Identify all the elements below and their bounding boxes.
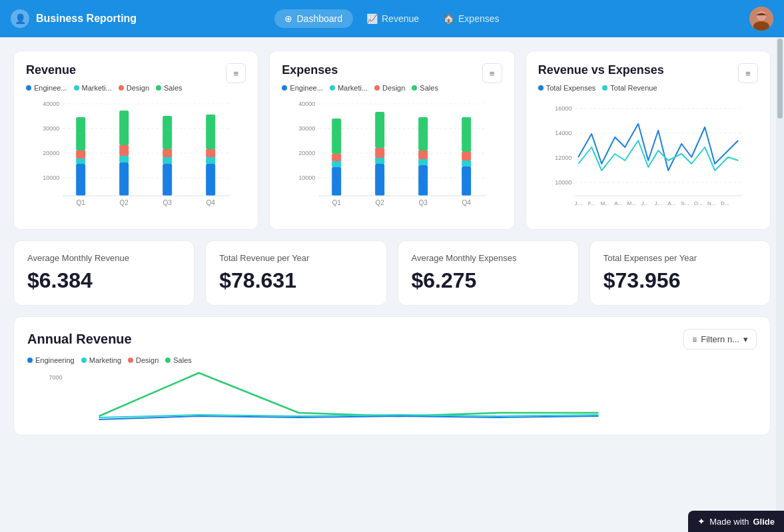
exp-legend-label-marketing: Marketi... xyxy=(338,84,368,92)
annual-legend-sales: Sales xyxy=(165,356,192,364)
exp-legend-label-engineering: Enginee... xyxy=(290,84,323,92)
rve-legend-revenue: Total Revenue xyxy=(602,84,657,92)
svg-rect-50 xyxy=(375,112,384,148)
nav-dashboard[interactable]: ⊕ Dashboard xyxy=(274,9,353,28)
svg-text:A...: A... xyxy=(614,200,622,206)
svg-text:16000: 16000 xyxy=(555,105,572,112)
svg-text:Q4: Q4 xyxy=(206,199,215,206)
annual-header: Annual Revenue ≡ Filtern n... ▾ xyxy=(27,329,757,350)
svg-text:20000: 20000 xyxy=(298,150,315,156)
expenses-filter-button[interactable]: ≡ xyxy=(482,63,502,83)
nav-expenses[interactable]: 🏠 Expenses xyxy=(432,9,510,28)
rve-legend-label-revenue: Total Revenue xyxy=(610,84,657,92)
svg-text:40000: 40000 xyxy=(43,101,59,107)
footer-prefix: Made with xyxy=(709,517,749,527)
svg-text:20000: 20000 xyxy=(43,150,59,156)
annual-legend: Engineering Marketing Design Sales xyxy=(27,356,757,364)
brand-icon: 👤 xyxy=(11,9,29,28)
svg-rect-55 xyxy=(462,166,471,196)
glide-logo-icon: ✦ xyxy=(697,516,705,527)
annual-filter-icon: ≡ xyxy=(692,335,697,344)
stat-avg-monthly-expenses-label: Average Monthly Expenses xyxy=(412,253,565,263)
stat-total-expenses-year-value: $73.956 xyxy=(603,268,757,293)
avatar[interactable] xyxy=(749,7,773,31)
svg-rect-20 xyxy=(119,111,129,145)
stat-avg-monthly-expenses-value: $6.275 xyxy=(412,268,565,293)
revenue-chart-title: Revenue xyxy=(26,63,246,77)
nav-revenue[interactable]: 📈 Revenue xyxy=(356,9,430,28)
svg-text:30000: 30000 xyxy=(43,125,59,132)
scrollbar-thumb[interactable] xyxy=(777,39,783,119)
exp-legend-engineering: Enginee... xyxy=(282,84,323,92)
legend-label-marketing: Marketi... xyxy=(82,84,112,92)
legend-dot-sales xyxy=(156,85,161,91)
svg-text:10000: 10000 xyxy=(298,174,315,181)
avatar-image xyxy=(749,7,773,31)
svg-rect-53 xyxy=(418,150,428,159)
svg-rect-57 xyxy=(462,152,471,160)
annual-legend-dot-engineering xyxy=(27,358,33,363)
revenue-svg: 40000 30000 20000 10000 xyxy=(26,97,246,217)
revenue-icon: 📈 xyxy=(366,13,378,24)
svg-text:A...: A... xyxy=(667,200,675,206)
rev-vs-exp-line-chart: 16000 14000 12000 10000 J... xyxy=(538,97,758,217)
stat-avg-monthly-expenses: Average Monthly Expenses $6.275 xyxy=(398,240,579,306)
rve-legend-label-expenses: Total Expenses xyxy=(546,84,596,92)
expenses-chart-card: Expenses ≡ Enginee... Marketi... Design xyxy=(269,51,514,230)
expenses-bar-chart: 40000 30000 20000 10000 xyxy=(282,97,502,217)
revenue-legend: Enginee... Marketi... Design Sales xyxy=(26,84,246,92)
expenses-legend: Enginee... Marketi... Design Sales xyxy=(282,84,502,92)
annual-legend-marketing: Marketing xyxy=(81,356,121,364)
svg-rect-43 xyxy=(332,167,341,196)
svg-rect-17 xyxy=(119,162,129,196)
svg-rect-14 xyxy=(76,158,85,164)
stat-total-revenue-year-value: $78.631 xyxy=(219,268,372,293)
svg-text:Q1: Q1 xyxy=(332,199,342,206)
legend-marketing: Marketi... xyxy=(74,84,112,92)
svg-rect-46 xyxy=(332,119,341,154)
annual-filter-dropdown[interactable]: ≡ Filtern n... ▾ xyxy=(683,329,757,350)
nav-expenses-label: Expenses xyxy=(458,13,499,24)
svg-text:10000: 10000 xyxy=(43,174,59,181)
exp-legend-dot-sales xyxy=(412,85,417,91)
exp-legend-label-design: Design xyxy=(382,84,405,92)
svg-rect-13 xyxy=(76,164,85,196)
annual-legend-design: Design xyxy=(128,356,159,364)
svg-rect-18 xyxy=(119,156,129,162)
svg-text:J...: J... xyxy=(641,200,648,206)
annual-legend-dot-sales xyxy=(165,358,171,363)
svg-rect-47 xyxy=(375,164,384,196)
nav-revenue-label: Revenue xyxy=(382,13,419,24)
svg-rect-58 xyxy=(462,117,471,152)
svg-rect-26 xyxy=(206,157,215,164)
annual-legend-label-marketing: Marketing xyxy=(89,356,121,364)
svg-text:Q4: Q4 xyxy=(462,199,472,206)
stat-avg-monthly-revenue: Average Monthly Revenue $6.384 xyxy=(13,240,195,306)
rve-legend-expenses: Total Expenses xyxy=(538,84,596,92)
svg-text:Q2: Q2 xyxy=(376,199,385,206)
rev-vs-exp-filter-button[interactable]: ≡ xyxy=(738,63,758,83)
svg-rect-54 xyxy=(418,117,428,150)
svg-rect-45 xyxy=(332,154,341,161)
stat-total-revenue-year: Total Revenue per Year $78.631 xyxy=(205,240,386,306)
revenue-filter-button[interactable]: ≡ xyxy=(226,63,246,83)
svg-text:F...: F... xyxy=(588,200,595,206)
exp-legend-design: Design xyxy=(374,84,405,92)
scrollbar[interactable] xyxy=(776,37,784,532)
legend-label-engineering: Enginee... xyxy=(34,84,67,92)
svg-rect-16 xyxy=(76,117,85,150)
annual-title: Annual Revenue xyxy=(27,332,132,347)
svg-rect-48 xyxy=(375,158,384,164)
svg-rect-52 xyxy=(418,159,428,165)
revenue-bar-chart: 40000 30000 20000 10000 xyxy=(26,97,246,217)
svg-rect-44 xyxy=(332,161,341,167)
stat-total-expenses-year-label: Total Expenses per Year xyxy=(603,253,757,263)
svg-text:40000: 40000 xyxy=(298,101,315,107)
revenue-chart-card: Revenue ≡ Enginee... Marketi... Design S xyxy=(13,51,258,230)
made-with-glide-footer[interactable]: ✦ Made with Glide xyxy=(688,511,784,532)
svg-rect-15 xyxy=(76,150,85,158)
footer-brand: Glide xyxy=(753,517,775,527)
stat-avg-monthly-revenue-label: Average Monthly Revenue xyxy=(27,253,181,263)
annual-legend-label-sales: Sales xyxy=(173,356,192,364)
svg-rect-22 xyxy=(163,157,172,164)
